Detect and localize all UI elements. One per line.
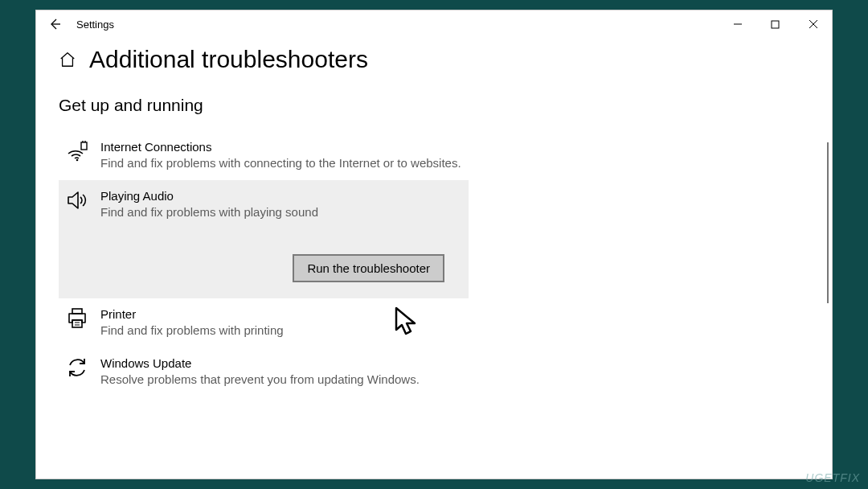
back-button[interactable] [36, 10, 73, 38]
svg-point-1 [76, 159, 79, 162]
settings-window: Settings Additional troubleshooters Get … [35, 10, 833, 479]
run-button-row: Run the troubleshooter [65, 254, 462, 282]
troubleshooter-desc: Resolve problems that prevent you from u… [100, 372, 462, 388]
watermark: UGETFIX [805, 471, 860, 484]
troubleshooter-text: Printer Find and fix problems with print… [100, 306, 462, 339]
speaker-icon [65, 188, 89, 212]
troubleshooter-list: Internet Connections Find and fix proble… [59, 131, 469, 396]
troubleshooter-text: Internet Connections Find and fix proble… [100, 139, 462, 172]
titlebar: Settings [36, 10, 832, 38]
troubleshooter-title: Playing Audio [100, 188, 462, 204]
troubleshooter-title: Windows Update [100, 355, 462, 372]
run-troubleshooter-button[interactable]: Run the troubleshooter [293, 254, 444, 282]
window-controls [719, 10, 832, 38]
page-title: Additional troubleshooters [89, 46, 368, 73]
wifi-icon [65, 139, 89, 163]
minimize-button[interactable] [719, 10, 756, 38]
app-title: Settings [76, 18, 114, 31]
content-area: Additional troubleshooters Get up and ru… [36, 38, 832, 479]
troubleshooter-text: Windows Update Resolve problems that pre… [100, 355, 462, 388]
page-header: Additional troubleshooters [59, 46, 809, 73]
svg-rect-2 [81, 142, 87, 150]
svg-rect-3 [72, 309, 82, 314]
close-button[interactable] [794, 10, 832, 38]
maximize-button[interactable] [756, 10, 794, 38]
scrollbar-indicator[interactable] [827, 142, 829, 303]
back-arrow-icon [48, 18, 61, 31]
troubleshooter-desc: Find and fix problems with playing sound [100, 204, 462, 220]
troubleshooter-title: Internet Connections [100, 139, 462, 155]
troubleshooter-playing-audio[interactable]: Playing Audio Find and fix problems with… [59, 180, 469, 299]
close-icon [809, 19, 818, 29]
troubleshooter-text: Playing Audio Find and fix problems with… [100, 188, 462, 221]
troubleshooter-title: Printer [100, 306, 462, 323]
troubleshooter-internet-connections[interactable]: Internet Connections Find and fix proble… [59, 131, 469, 180]
printer-icon [65, 306, 89, 331]
update-icon [65, 355, 89, 380]
svg-rect-0 [772, 21, 779, 28]
minimize-icon [733, 19, 743, 29]
section-title: Get up and running [59, 96, 809, 115]
troubleshooter-desc: Find and fix problems with printing [100, 323, 462, 339]
troubleshooter-windows-update[interactable]: Windows Update Resolve problems that pre… [59, 347, 469, 397]
maximize-icon [771, 20, 780, 29]
home-icon[interactable] [59, 51, 76, 68]
troubleshooter-printer[interactable]: Printer Find and fix problems with print… [59, 298, 469, 347]
svg-rect-4 [72, 320, 82, 327]
troubleshooter-desc: Find and fix problems with connecting to… [100, 155, 462, 171]
